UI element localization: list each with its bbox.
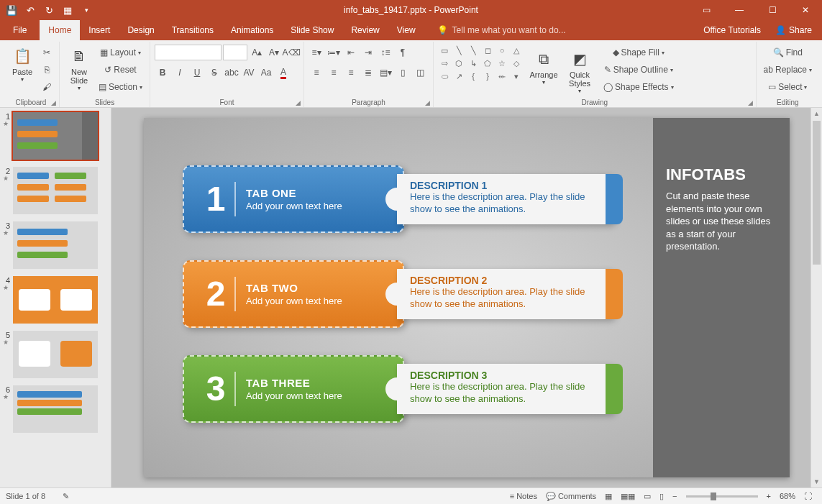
save-icon[interactable]: 💾	[3, 1, 20, 19]
arrange-button[interactable]: ⧉ Arrange ▾	[529, 45, 559, 87]
cut-icon[interactable]: ✂	[39, 45, 55, 60]
shapes-gallery[interactable]: ▭╲╲◻○△ ⇨⬡↳⬠☆◇ ⬭↗{}⬰▾	[438, 45, 523, 82]
zoom-slider[interactable]	[686, 495, 758, 498]
infotab-3-description[interactable]: DESCRIPTION 3 Here is the description ar…	[397, 364, 614, 414]
clear-formatting-icon[interactable]: A⌫	[283, 45, 299, 60]
ribbon-display-options-icon[interactable]: ▭	[690, 0, 723, 20]
slide-sorter-view-icon[interactable]: ▦▦	[616, 488, 639, 504]
char-spacing-icon[interactable]: AV	[241, 65, 257, 81]
shape-effects-button[interactable]: ◯Shape Effects ▾	[600, 79, 677, 95]
justify-icon[interactable]: ≣	[360, 65, 376, 81]
normal-view-icon[interactable]: ▦	[600, 488, 616, 504]
close-icon[interactable]: ✕	[789, 0, 822, 20]
tab-insert[interactable]: Insert	[80, 20, 119, 40]
quick-styles-button[interactable]: ◩ Quick Styles ▾	[565, 45, 595, 96]
font-size-combo[interactable]	[223, 45, 247, 60]
numbering-icon[interactable]: ≔▾	[326, 45, 342, 60]
current-slide[interactable]: 1 TAB ONE Add your own text here DESCRIP…	[144, 118, 790, 477]
slide-canvas-area[interactable]: 1 TAB ONE Add your own text here DESCRIP…	[111, 108, 822, 487]
paste-button[interactable]: 📋 Paste ▾	[7, 42, 37, 84]
scroll-up-icon[interactable]: ▲	[811, 108, 822, 119]
line-spacing-icon[interactable]: ↕≡	[378, 45, 393, 60]
tab-view[interactable]: View	[388, 20, 424, 40]
drawing-launcher-icon[interactable]: ◢	[748, 99, 753, 106]
comments-button[interactable]: 💬Comments	[542, 488, 600, 504]
font-color-icon[interactable]: A	[275, 65, 291, 81]
redo-icon[interactable]: ↻	[40, 1, 58, 19]
slide-sidebar[interactable]: INFOTABS Cut and paste these elements in…	[653, 118, 790, 477]
copy-icon[interactable]: ⎘	[39, 62, 55, 78]
new-slide-button[interactable]: 🗎 New Slide ▾	[64, 42, 94, 93]
smartart-icon[interactable]: ◫	[412, 65, 428, 81]
tab-transitions[interactable]: Transitions	[163, 20, 222, 40]
tab-file[interactable]: File	[4, 20, 35, 40]
bullets-icon[interactable]: ≡▾	[309, 45, 324, 60]
slide-thumbnails-pane[interactable]: 1★ 2★ 3★	[0, 108, 111, 487]
zoom-out-icon[interactable]: −	[668, 488, 681, 504]
slideshow-view-icon[interactable]: ▯	[655, 488, 668, 504]
underline-icon[interactable]: U	[189, 65, 205, 81]
tab-home[interactable]: Home	[40, 20, 80, 40]
strikethrough-icon[interactable]: S̶	[206, 65, 222, 81]
slide-thumbnail-3[interactable]	[13, 221, 98, 269]
select-button[interactable]: ▭Select ▾	[761, 79, 815, 95]
tab-slideshow[interactable]: Slide Show	[282, 20, 342, 40]
paragraph-launcher-icon[interactable]: ◢	[425, 99, 430, 106]
scroll-thumb[interactable]	[813, 121, 821, 265]
find-button[interactable]: 🔍Find	[761, 45, 815, 60]
clipboard-launcher-icon[interactable]: ◢	[51, 99, 56, 106]
shape-fill-button[interactable]: ◆Shape Fill ▾	[600, 45, 677, 60]
font-name-combo[interactable]	[155, 45, 222, 60]
zoom-in-icon[interactable]: +	[762, 488, 775, 504]
slide-thumbnail-2[interactable]	[13, 167, 98, 214]
shape-outline-button[interactable]: ✎Shape Outline ▾	[600, 62, 677, 78]
replace-button[interactable]: abReplace ▾	[761, 62, 815, 78]
infotab-3-header[interactable]: 3 TAB THREE Add your own text here	[183, 355, 404, 423]
office-tutorials-link[interactable]: Office Tutorials	[695, 25, 770, 35]
decrease-indent-icon[interactable]: ⇤	[343, 45, 359, 60]
infotab-1-header[interactable]: 1 TAB ONE Add your own text here	[183, 165, 404, 233]
scroll-down-icon[interactable]: ▼	[811, 476, 822, 487]
decrease-font-icon[interactable]: A▾	[266, 45, 282, 60]
slide-thumbnail-6[interactable]	[13, 385, 98, 433]
tab-animations[interactable]: Animations	[222, 20, 282, 40]
italic-icon[interactable]: I	[172, 65, 188, 81]
vertical-scrollbar[interactable]: ▲ ▼	[810, 108, 822, 487]
columns-icon[interactable]: ▤▾	[378, 65, 393, 81]
tab-design[interactable]: Design	[119, 20, 163, 40]
slide-thumbnail-1[interactable]	[13, 112, 98, 160]
align-center-icon[interactable]: ≡	[326, 65, 342, 81]
align-left-icon[interactable]: ≡	[309, 65, 324, 81]
slide-thumbnail-5[interactable]	[13, 331, 98, 378]
increase-indent-icon[interactable]: ⇥	[360, 45, 376, 60]
infotab-1-description[interactable]: DESCRIPTION 1 Here is the description ar…	[397, 174, 614, 224]
slide-counter[interactable]: Slide 1 of 8	[6, 492, 45, 500]
text-shadow-icon[interactable]: abc	[224, 65, 239, 81]
reset-button[interactable]: ↺Reset	[96, 62, 145, 78]
start-from-beginning-icon[interactable]: ▦	[59, 1, 76, 19]
format-painter-icon[interactable]: 🖌	[39, 79, 55, 95]
slide-thumbnail-4[interactable]	[13, 276, 98, 324]
font-launcher-icon[interactable]: ◢	[296, 99, 301, 106]
qat-customize-icon[interactable]: ▾	[78, 1, 95, 19]
minimize-icon[interactable]: ―	[723, 0, 756, 20]
align-right-icon[interactable]: ≡	[343, 65, 359, 81]
zoom-level[interactable]: 68%	[775, 488, 800, 504]
reading-view-icon[interactable]: ▭	[639, 488, 655, 504]
undo-icon[interactable]: ↶	[22, 1, 39, 19]
tab-review[interactable]: Review	[342, 20, 388, 40]
infotab-2-header[interactable]: 2 TAB TWO Add your own text here	[183, 260, 404, 328]
infotab-2-description[interactable]: DESCRIPTION 2 Here is the description ar…	[397, 269, 614, 319]
fit-to-window-icon[interactable]: ⛶	[800, 488, 816, 504]
change-case-icon[interactable]: Aa	[258, 65, 274, 81]
notes-button[interactable]: ≡Notes	[506, 488, 542, 504]
section-button[interactable]: ▤Section ▾	[96, 79, 145, 95]
maximize-icon[interactable]: ☐	[756, 0, 789, 20]
text-direction-icon[interactable]: ¶	[395, 45, 411, 60]
spell-check-icon[interactable]: ✎	[58, 488, 73, 504]
bold-icon[interactable]: B	[155, 65, 170, 81]
tell-me-search[interactable]: 💡 Tell me what you want to do...	[437, 20, 566, 40]
layout-button[interactable]: ▦Layout ▾	[96, 45, 145, 60]
share-button[interactable]: 👤 Share	[770, 25, 818, 35]
align-text-icon[interactable]: ▯	[395, 65, 411, 81]
